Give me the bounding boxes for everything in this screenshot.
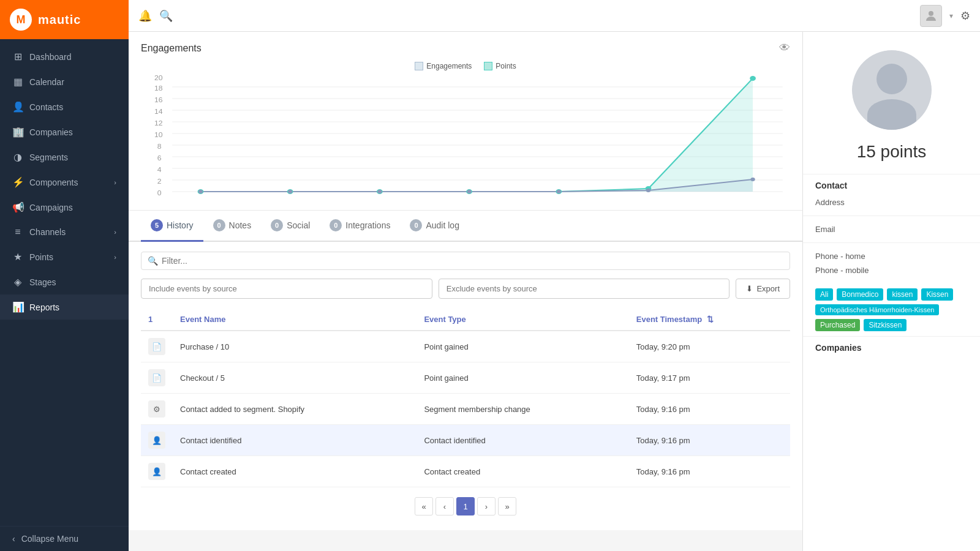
events-table: 1 Event Name Event Type Event Timestamp … <box>141 309 790 487</box>
filter-search-box[interactable]: 🔍 <box>141 252 790 270</box>
tag-orthopadisches[interactable]: Orthopädisches Hämorrhoiden-Kissen <box>815 304 939 315</box>
event-name-cell: Purchase / 10 <box>173 331 417 362</box>
bell-icon[interactable]: 🔔 <box>138 9 152 23</box>
svg-marker-29 <box>200 78 753 192</box>
sidebar-item-components[interactable]: ⚡ Components › <box>0 170 129 195</box>
companies-section-title: Companies <box>815 343 968 353</box>
download-icon: ⬇ <box>746 284 753 293</box>
tab-social[interactable]: 0 Social <box>261 211 320 242</box>
sidebar-item-calendar[interactable]: ▦ Calendar <box>0 69 129 94</box>
sidebar-item-stages[interactable]: ◈ Stages <box>0 269 129 294</box>
svg-text:Nov 2019: Nov 2019 <box>184 197 216 198</box>
integrations-badge: 0 <box>330 219 342 231</box>
companies-icon: 🏢 <box>12 126 23 138</box>
points-icon: ★ <box>12 251 23 263</box>
sidebar-item-reports[interactable]: 📊 Reports <box>0 294 129 320</box>
tag-kissen-lower[interactable]: kissen <box>887 288 918 301</box>
person-icon: 👤 <box>148 432 165 449</box>
campaigns-icon: 📢 <box>12 201 23 213</box>
svg-text:Mar 2020: Mar 2020 <box>543 197 575 198</box>
sidebar-item-campaigns[interactable]: 📢 Campaigns <box>0 195 129 220</box>
main-wrapper: 🔔 🔍 ▾ ⚙ Engagements 👁 Engagem <box>129 0 980 551</box>
sidebar-item-label: Points <box>29 252 53 262</box>
pagination-first[interactable]: « <box>415 497 433 515</box>
col-event-timestamp-header[interactable]: Event Timestamp ⇅ <box>629 309 790 331</box>
tag-kissen-upper[interactable]: Kissen <box>921 288 953 301</box>
companies-section: Companies <box>803 336 980 364</box>
sort-icon[interactable]: ⇅ <box>707 315 714 324</box>
chevron-right-icon: › <box>114 253 116 261</box>
user-avatar[interactable] <box>920 5 942 27</box>
event-name-cell: Checkout / 5 <box>173 362 417 394</box>
person-icon: 👤 <box>148 463 165 480</box>
svg-text:Dec 2019: Dec 2019 <box>274 197 306 198</box>
pagination-last[interactable]: » <box>498 497 516 515</box>
sidebar-item-label: Companies <box>29 127 73 137</box>
svg-point-40 <box>377 190 382 193</box>
tags-row: Ali Bonmedico kissen Kissen Orthopädisch… <box>803 283 980 336</box>
svg-text:14: 14 <box>154 108 163 115</box>
export-button[interactable]: ⬇ Export <box>736 279 790 299</box>
sidebar-item-label: Campaigns <box>29 203 73 212</box>
sidebar-item-dashboard[interactable]: ⊞ Dashboard <box>0 44 129 69</box>
search-icon[interactable]: 🔍 <box>159 9 173 23</box>
svg-text:12: 12 <box>154 120 163 127</box>
row-icon-cell: 📄 <box>141 362 173 394</box>
table-row: ⚙ Contact added to segment. Shopify Segm… <box>141 394 790 425</box>
tab-notes[interactable]: 0 Notes <box>203 211 262 242</box>
pagination-prev[interactable]: ‹ <box>435 497 454 515</box>
sidebar-item-points[interactable]: ★ Points › <box>0 244 129 269</box>
pagination-current[interactable]: 1 <box>456 497 475 515</box>
row-icon-cell: 👤 <box>141 425 173 456</box>
sidebar-item-companies[interactable]: 🏢 Companies <box>0 119 129 144</box>
filter-input[interactable] <box>162 256 783 266</box>
chevron-right-icon: › <box>114 179 116 186</box>
include-events-input[interactable] <box>141 279 432 299</box>
tab-history[interactable]: 5 History <box>141 211 203 242</box>
gear-icon: ⚙ <box>148 400 165 418</box>
channels-icon: ≡ <box>12 227 23 238</box>
sidebar-nav: ⊞ Dashboard ▦ Calendar 👤 Contacts 🏢 Comp… <box>0 39 129 526</box>
exclude-events-input[interactable] <box>439 279 730 299</box>
contact-avatar-section <box>803 32 980 136</box>
col-event-type-header[interactable]: Event Type <box>417 309 628 331</box>
eye-icon[interactable]: 👁 <box>779 42 790 54</box>
notes-label: Notes <box>229 220 252 230</box>
tag-ali[interactable]: Ali <box>815 288 833 301</box>
tab-integrations[interactable]: 0 Integrations <box>320 211 400 242</box>
phone-mobile-field: Phone - mobile <box>815 263 968 277</box>
phone-section: Phone - home Phone - mobile <box>803 242 980 283</box>
social-label: Social <box>287 220 310 230</box>
svg-text:4: 4 <box>157 167 162 173</box>
sidebar-item-contacts[interactable]: 👤 Contacts <box>0 94 129 119</box>
collapse-menu-button[interactable]: ‹ Collapse Menu <box>0 526 129 551</box>
avatar-head <box>876 64 907 94</box>
reports-icon: 📊 <box>12 301 23 313</box>
source-inputs-row: ⬇ Export <box>141 279 790 299</box>
caret-down-icon[interactable]: ▾ <box>949 12 953 20</box>
engagements-chart: 0 2 4 6 8 10 12 14 16 18 20 <box>141 75 790 198</box>
svg-point-42 <box>557 190 561 193</box>
sidebar-item-label: Reports <box>29 302 59 312</box>
integrations-label: Integrations <box>345 220 390 230</box>
tabs-section: 5 History 0 Notes 0 Social 0 Integration… <box>129 211 802 242</box>
segments-icon: ◑ <box>12 151 23 163</box>
sidebar-item-channels[interactable]: ≡ Channels › <box>0 220 129 244</box>
svg-point-44 <box>750 178 755 181</box>
sidebar-item-segments[interactable]: ◑ Segments <box>0 144 129 170</box>
sidebar-logo[interactable]: M mautic <box>0 0 129 39</box>
audit-log-label: Audit log <box>426 220 459 230</box>
chart-title-row: Engagements 👁 <box>141 42 790 54</box>
chart-title: Engagements <box>141 43 202 54</box>
settings-icon[interactable]: ⚙ <box>960 9 970 23</box>
svg-text:18: 18 <box>154 85 163 92</box>
tab-audit-log[interactable]: 0 Audit log <box>400 211 469 242</box>
col-event-name-header[interactable]: Event Name <box>173 309 417 331</box>
tag-sitzkissen[interactable]: Sitzkissen <box>864 319 907 331</box>
tag-bonmedico[interactable]: Bonmedico <box>837 288 883 301</box>
tag-purchased[interactable]: Purchased <box>815 319 860 331</box>
audit-log-badge: 0 <box>410 219 422 231</box>
svg-text:8: 8 <box>157 143 162 150</box>
svg-text:6: 6 <box>157 155 162 162</box>
pagination-next[interactable]: › <box>477 497 496 515</box>
